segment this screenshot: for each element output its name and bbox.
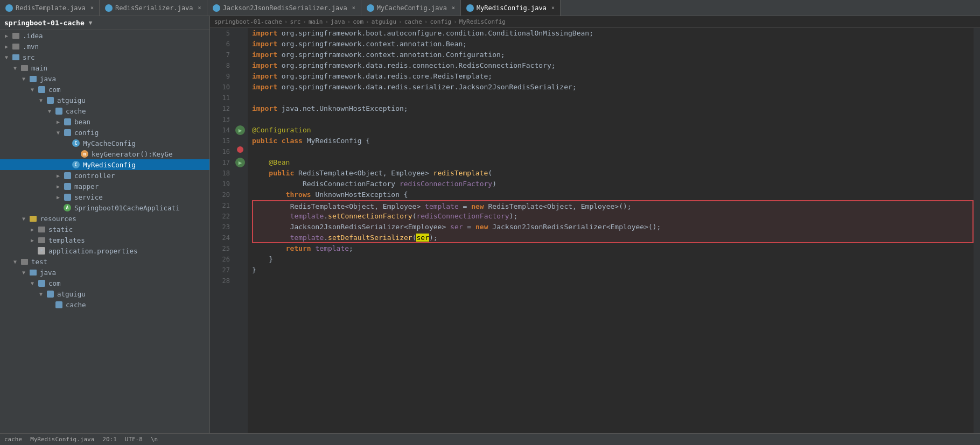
tree-item-idea[interactable]: ▶.idea <box>0 30 209 41</box>
tree-item-mapper[interactable]: ▶mapper <box>0 181 209 192</box>
tree-item-java-test[interactable]: ▼java <box>0 267 209 278</box>
tree-label-application.properties: application.properties <box>48 247 138 255</box>
tab-bar: RedisTemplate.java × RedisSerializer.jav… <box>0 0 980 16</box>
tab-close-mycache-config[interactable]: × <box>452 5 455 11</box>
pkg-icon-cache-test <box>54 300 64 309</box>
tab-jackson-serializer[interactable]: Jackson2JsonRedisSerializer.java × <box>207 0 361 16</box>
tree-arrow-templates: ▶ <box>28 237 37 243</box>
tab-close-redis-serializer[interactable]: × <box>198 5 201 11</box>
breadcrumb-item-4: com <box>353 18 363 25</box>
tab-redis-serializer[interactable]: RedisSerializer.java × <box>100 0 207 16</box>
pkg-icon-controller <box>62 171 72 180</box>
tab-close-myredis-config[interactable]: × <box>551 5 555 11</box>
tree-item-test[interactable]: ▼test <box>0 256 209 267</box>
code-line-20: throws UnknownHostException { <box>252 189 974 200</box>
code-line-23: Jackson2JsonRedisSerializer<Employee> se… <box>252 222 974 232</box>
tree-item-com[interactable]: ▼com <box>0 84 209 95</box>
tree-item-mvn[interactable]: ▶.mvn <box>0 41 209 52</box>
tree-item-service[interactable]: ▶service <box>0 192 209 202</box>
tree-item-keyGenerator[interactable]: mkeyGenerator():KeyGe <box>0 149 209 159</box>
line-number-14: 14 <box>212 125 230 136</box>
tree-item-main[interactable]: ▼main <box>0 62 209 73</box>
gutter-line-8 <box>234 60 248 71</box>
tree-arrow-com: ▼ <box>28 87 37 93</box>
gutter-line-23 <box>234 222 248 232</box>
tree-item-com-test[interactable]: ▼com <box>0 278 209 288</box>
tree-item-java[interactable]: ▼java <box>0 73 209 84</box>
tree-label-config: config <box>74 129 99 137</box>
props-icon-application.properties: P <box>37 246 46 255</box>
tab-label-jackson-serializer: Jackson2JsonRedisSerializer.java <box>223 4 347 12</box>
code-editor[interactable]: 5678910111213141516171819202122232425262… <box>210 28 980 433</box>
tree-label-atguigu-test: atguigu <box>57 290 86 298</box>
breadcrumb-item-7: config <box>430 18 451 25</box>
code-line-24: template.setDefaultSerializer(ser); <box>252 232 974 243</box>
status-encoding: UTF-8 <box>125 436 143 443</box>
tab-redis-template[interactable]: RedisTemplate.java × <box>0 0 100 16</box>
tree-item-bean[interactable]: ▶bean <box>0 116 209 127</box>
tab-close-jackson-serializer[interactable]: × <box>352 5 355 11</box>
gutter-line-26 <box>234 254 248 265</box>
code-lines[interactable]: import org.springframework.boot.autoconf… <box>248 28 974 433</box>
gutter-line-19 <box>234 179 248 189</box>
tree-item-cache[interactable]: ▼cache <box>0 105 209 116</box>
breadcrumb-item-1: src <box>290 18 300 25</box>
pkg-icon-com-test <box>37 279 46 287</box>
gutter-icon-17[interactable]: ▶ <box>234 157 246 168</box>
tree-item-controller[interactable]: ▶controller <box>0 170 209 181</box>
line-number-5: 5 <box>212 28 230 39</box>
line-number-8: 8 <box>212 60 230 71</box>
tree-item-Springboot01CacheApplicati[interactable]: ASpringboot01CacheApplicati <box>0 202 209 213</box>
breakpoint-dot-16 <box>237 146 243 153</box>
tree-label-service: service <box>74 193 103 201</box>
line-number-17: 17 <box>212 157 230 168</box>
code-content: 5678910111213141516171819202122232425262… <box>210 28 980 433</box>
java-icon-MyRedisConfig: C <box>71 160 81 169</box>
tree-arrow-controller: ▶ <box>54 173 62 179</box>
tab-icon-jackson-serializer <box>213 4 220 12</box>
gutter-line-7 <box>234 50 248 60</box>
tree-item-MyRedisConfig[interactable]: CMyRedisConfig <box>0 159 209 170</box>
line-number-9: 9 <box>212 71 230 82</box>
line-number-11: 11 <box>212 93 230 103</box>
tab-icon-mycache-config <box>367 4 374 12</box>
tree-item-static[interactable]: ▶static <box>0 224 209 235</box>
gutter-line-24 <box>234 232 248 243</box>
tab-myredis-config[interactable]: MyRedisConfig.java × <box>461 0 561 16</box>
tree-item-templates[interactable]: ▶templates <box>0 235 209 245</box>
tree-arrow-test: ▼ <box>11 259 19 265</box>
tree-item-cache-test[interactable]: cache <box>0 299 209 310</box>
gutter-line-9 <box>234 71 248 82</box>
tab-mycache-config[interactable]: MyCacheConfig.java × <box>361 0 461 16</box>
tree-arrow-config: ▼ <box>54 130 62 136</box>
line-number-16: 16 <box>212 146 230 157</box>
tree-item-resources[interactable]: ▼resources <box>0 213 209 224</box>
tab-close-redis-template[interactable]: × <box>90 5 94 11</box>
tree-item-MyCacheConfig[interactable]: CMyCacheConfig <box>0 138 209 149</box>
line-number-19: 19 <box>212 179 230 189</box>
gutter-icon-14[interactable]: ▶ <box>234 125 246 136</box>
pkg-icon-config <box>62 128 72 137</box>
gutter-line-14: ▶ <box>234 125 248 136</box>
line-number-28: 28 <box>212 276 230 286</box>
tree-item-atguigu-test[interactable]: ▼atguigu <box>0 288 209 299</box>
breadcrumb-bar: springboot-01-cache › src › main › java … <box>210 16 980 28</box>
tab-label-myredis-config: MyRedisConfig.java <box>477 4 547 12</box>
tree-arrow-mvn: ▶ <box>2 44 11 50</box>
line-number-22: 22 <box>212 211 230 222</box>
code-line-21: RedisTemplate<Object, Employee> template… <box>252 200 974 211</box>
tree-label-java-test: java <box>40 269 56 277</box>
java-icon-Springboot01CacheApplicati: A <box>62 203 72 212</box>
tree-item-src[interactable]: ▼src <box>0 52 209 62</box>
tree-item-config[interactable]: ▼config <box>0 127 209 138</box>
tree-item-application.properties[interactable]: Papplication.properties <box>0 245 209 256</box>
breadcrumb-item-0: springboot-01-cache <box>214 18 282 25</box>
code-line-25: return template; <box>252 243 974 254</box>
tree-arrow-java: ▼ <box>19 76 28 82</box>
line-number-21: 21 <box>212 200 230 211</box>
project-dropdown[interactable]: ▼ <box>89 19 93 26</box>
line-number-6: 6 <box>212 39 230 50</box>
tree-label-static: static <box>48 225 73 234</box>
breadcrumb-item-8: MyRedisConfig <box>459 18 506 25</box>
tree-item-atguigu[interactable]: ▼atguigu <box>0 95 209 105</box>
